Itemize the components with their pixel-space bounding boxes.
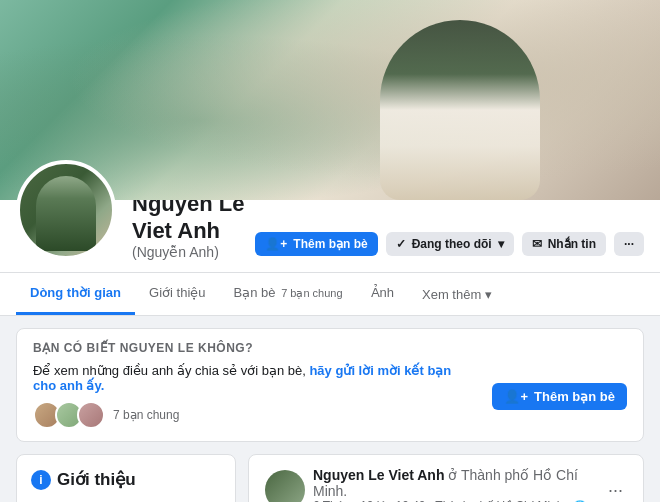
- add-friend-icon: 👤+: [504, 389, 528, 404]
- post-author: Nguyen Le Viet Anh ở Thành phố Hồ Chí Mi…: [313, 467, 604, 499]
- more-options-button[interactable]: ···: [614, 232, 644, 256]
- left-column: i Giới thiệu 💼 giám đốc tại Thang Long R…: [16, 454, 236, 502]
- about-title: i Giới thiệu: [31, 469, 221, 490]
- profile-alias: (Nguyễn Anh): [132, 244, 255, 260]
- tab-photos[interactable]: Ảnh: [357, 273, 408, 315]
- chevron-down-icon: ▾: [485, 287, 492, 302]
- message-icon: ✉: [532, 237, 542, 251]
- right-column: Nguyen Le Viet Anh ở Thành phố Hồ Chí Mi…: [248, 454, 644, 502]
- following-button[interactable]: ✓ Đang theo dõi ▾: [386, 232, 514, 256]
- banner-add-friend-button[interactable]: 👤+ Thêm bạn bè: [492, 383, 627, 410]
- about-card: i Giới thiệu 💼 giám đốc tại Thang Long R…: [16, 454, 236, 502]
- add-friend-button[interactable]: 👤+ Thêm bạn bè: [255, 232, 377, 256]
- post-avatar: [265, 470, 305, 502]
- message-button[interactable]: ✉ Nhắn tin: [522, 232, 606, 256]
- post-more-button[interactable]: ···: [604, 476, 627, 503]
- two-col-layout: i Giới thiệu 💼 giám đốc tại Thang Long R…: [16, 454, 644, 502]
- friend-banner: BẠN CÓ BIẾT NGUYEN LE KHÔNG? Để xem nhữn…: [16, 328, 644, 442]
- tab-about[interactable]: Giới thiệu: [135, 273, 219, 315]
- mutual-avatar-3: [77, 401, 105, 429]
- chevron-down-icon: ▾: [498, 237, 504, 251]
- cover-overlay: [0, 0, 660, 200]
- cover-person-figure: [380, 20, 540, 200]
- friend-banner-body: Để xem những điều anh ấy chia sẻ với bạn…: [33, 363, 627, 429]
- info-icon: i: [31, 470, 51, 490]
- post-card: Nguyen Le Viet Anh ở Thành phố Hồ Chí Mi…: [248, 454, 644, 502]
- friend-banner-left: Để xem những điều anh ấy chia sẻ với bạn…: [33, 363, 492, 429]
- main-content: BẠN CÓ BIẾT NGUYEN LE KHÔNG? Để xem nhữn…: [0, 316, 660, 502]
- mutual-friends-count: 7 bạn chung: [113, 408, 179, 422]
- friend-banner-title: BẠN CÓ BIẾT NGUYEN LE KHÔNG?: [33, 341, 627, 355]
- post-meta: Nguyen Le Viet Anh ở Thành phố Hồ Chí Mi…: [313, 467, 604, 502]
- avatar: [16, 160, 116, 260]
- profile-tabs: Dòng thời gian Giới thiệu Bạn bè 7 bạn c…: [0, 272, 660, 315]
- mutual-friends-count: 7 bạn chung: [281, 287, 342, 299]
- profile-actions: 👤+ Thêm bạn bè ✓ Đang theo dõi ▾ ✉ Nhắn …: [255, 232, 644, 256]
- cover-photo: [0, 0, 660, 200]
- avatar-body: [36, 176, 96, 251]
- tab-more[interactable]: Xem thêm ▾: [408, 273, 506, 315]
- profile-name-area: Nguyen Le Viet Anh (Nguyễn Anh): [132, 191, 255, 260]
- post-header: Nguyen Le Viet Anh ở Thành phố Hồ Chí Mi…: [249, 455, 643, 502]
- mutual-friends-row: 7 bạn chung: [33, 401, 492, 429]
- tab-friends[interactable]: Bạn bè 7 bạn chung: [220, 273, 357, 315]
- add-friend-icon: 👤+: [265, 237, 287, 251]
- checkmark-icon: ✓: [396, 237, 406, 251]
- friend-banner-text: Để xem những điều anh ấy chia sẻ với bạn…: [33, 363, 476, 393]
- tab-timeline[interactable]: Dòng thời gian: [16, 273, 135, 315]
